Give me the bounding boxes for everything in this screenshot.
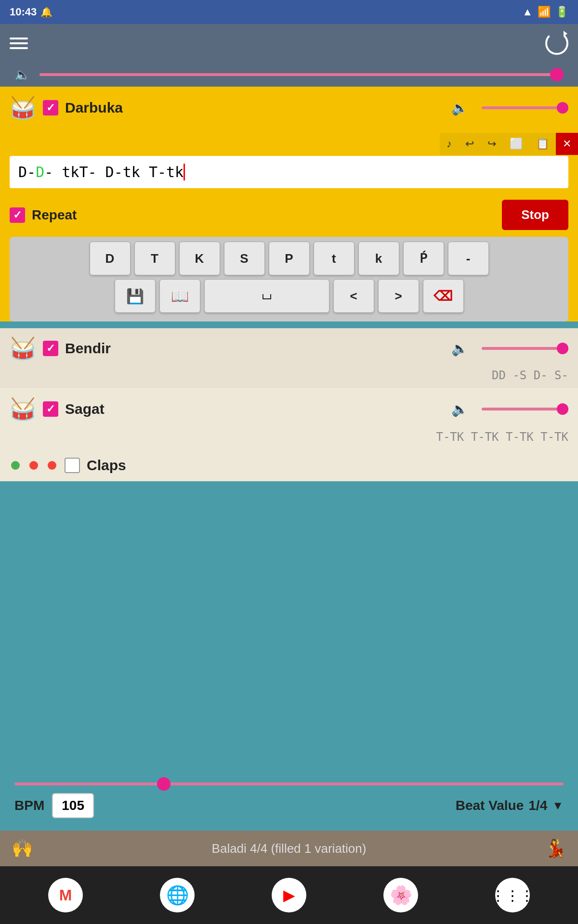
bpm-area: BPM 105 Beat Value 1/4 ▼ [0, 773, 578, 828]
claps-checkbox[interactable] [65, 458, 80, 473]
bendir-volume-thumb[interactable] [557, 343, 568, 354]
key-D[interactable]: D [90, 242, 131, 275]
undo-button[interactable]: ↩ [459, 133, 481, 155]
key-dash[interactable]: - [448, 242, 489, 275]
close-pattern-button[interactable]: ✕ [556, 133, 578, 155]
gmail-app-icon[interactable]: M [48, 878, 83, 912]
repeat-text: Repeat [32, 207, 77, 223]
darbuka-header: 🥁 Darbuka 🔈 [0, 87, 578, 129]
key-P-accent[interactable]: Ṕ [403, 242, 444, 275]
key-S[interactable]: S [224, 242, 265, 275]
photos-app-icon[interactable]: 🌸 [383, 878, 418, 912]
bendir-header: 🥁 Bendir 🔈 [0, 328, 578, 369]
bottom-right-emoji: 💃 [545, 838, 566, 859]
bpm-slider-thumb[interactable] [157, 777, 171, 791]
keyboard-row-1: D T K S P t k Ṕ - [15, 242, 563, 275]
refresh-button[interactable] [545, 32, 568, 55]
battery-icon: 🔋 [555, 6, 568, 18]
sagat-volume-thumb[interactable] [557, 403, 568, 415]
beat-value-dropdown[interactable]: ▼ [552, 799, 564, 812]
gmail-m-letter: M [59, 886, 72, 904]
key-T[interactable]: T [134, 242, 175, 275]
sagat-card: 🥁 Sagat 🔈 T-TK T-TK T-TK T-TK [0, 388, 578, 449]
bpm-left: BPM 105 [14, 793, 94, 818]
repeat-checkbox[interactable] [10, 207, 25, 223]
bendir-pattern-display: DD -S D- S- [0, 369, 578, 388]
custom-keyboard: D T K S P t k Ṕ - 💾 📖 ⌴ < > ⌫ [10, 237, 568, 321]
pattern-green-d: D [36, 164, 44, 180]
youtube-logo: ▶ [283, 886, 295, 904]
sagat-name: Sagat [65, 401, 445, 417]
darbuka-volume-slider[interactable] [482, 106, 568, 109]
photos-logo: 🌸 [390, 885, 412, 906]
global-volume-thumb[interactable] [550, 68, 564, 81]
key-k-lower[interactable]: k [358, 242, 399, 275]
key-left[interactable]: < [333, 279, 374, 313]
claps-header: Claps [0, 449, 578, 481]
bpm-row: BPM 105 Beat Value 1/4 ▼ [14, 793, 564, 818]
sagat-volume-icon: 🔈 [451, 401, 468, 417]
bpm-slider[interactable] [14, 783, 564, 785]
bottom-left-emoji: 🙌 [12, 838, 33, 859]
claps-dot-green [11, 461, 20, 470]
repeat-row: Repeat Stop [0, 193, 578, 237]
redo-button[interactable]: ↪ [481, 133, 503, 155]
bendir-checkbox[interactable] [43, 341, 58, 356]
pattern-toolbar: ♪ ↩ ↪ ⬜ 📋 ✕ [0, 129, 578, 155]
darbuka-volume-icon: 🔈 [451, 100, 468, 116]
pattern-input[interactable]: D-D- tkT- D-tk T-tk [10, 156, 568, 188]
youtube-app-icon[interactable]: ▶ [272, 878, 306, 912]
bendir-emoji: 🥁 [10, 336, 36, 361]
key-t-lower[interactable]: t [314, 242, 355, 275]
sagat-checkbox[interactable] [43, 401, 58, 417]
bendir-card: 🥁 Bendir 🔈 DD -S D- S- [0, 328, 578, 388]
pattern-text-display: D-D- tkT- D-tk T-tk [18, 164, 185, 180]
darbuka-card: 🥁 Darbuka 🔈 ♪ ↩ ↪ ⬜ 📋 ✕ D-D- tkT- D-tk T… [0, 87, 578, 321]
sagat-emoji: 🥁 [10, 397, 36, 422]
app-nav-bar: M 🌐 ▶ 🌸 ⋮⋮⋮ [0, 866, 578, 924]
chrome-logo: 🌐 [166, 885, 189, 906]
chrome-app-icon[interactable]: 🌐 [160, 878, 195, 912]
beat-value-section: Beat Value 1/4 ▼ [456, 798, 564, 813]
global-volume-slider[interactable] [39, 73, 564, 76]
notification-icon: 🔔 [40, 6, 53, 18]
key-P[interactable]: P [269, 242, 310, 275]
apps-launcher-icon[interactable]: ⋮⋮⋮ [495, 878, 530, 912]
darbuka-volume-thumb[interactable] [557, 102, 568, 114]
paste-button[interactable]: 📋 [529, 133, 556, 155]
status-bar: 10:43 🔔 ▲ 📶 🔋 [0, 0, 578, 24]
beat-value-display: 1/4 [528, 798, 547, 813]
hamburger-menu-button[interactable] [10, 38, 28, 49]
key-K[interactable]: K [179, 242, 220, 275]
key-save[interactable]: 💾 [115, 279, 156, 313]
key-right[interactable]: > [378, 279, 419, 313]
pattern-editor: D-D- tkT- D-tk T-tk [0, 156, 578, 193]
copy-button[interactable]: ⬜ [503, 133, 529, 155]
status-bar-left: 10:43 🔔 [10, 6, 53, 18]
global-volume-icon: 🔈 [14, 67, 30, 82]
key-backspace[interactable]: ⌫ [423, 279, 464, 313]
bpm-value-input[interactable]: 105 [52, 793, 94, 818]
repeat-label-row: Repeat [10, 207, 77, 223]
note-tool-button[interactable]: ♪ [440, 133, 459, 155]
sagat-volume-slider[interactable] [482, 408, 568, 411]
sagat-pattern-display: T-TK T-TK T-TK T-TK [0, 430, 578, 449]
signal-icon: 📶 [538, 6, 551, 18]
darbuka-checkbox[interactable] [43, 100, 58, 116]
key-space[interactable]: ⌴ [204, 279, 329, 313]
bpm-label: BPM [14, 798, 44, 813]
sagat-header: 🥁 Sagat 🔈 [0, 388, 578, 430]
bottom-info-bar: 🙌 Baladi 4/4 (filled 1 variation) 💃 [0, 831, 578, 866]
time-display: 10:43 [10, 6, 37, 18]
keyboard-row-2: 💾 📖 ⌴ < > ⌫ [15, 279, 563, 313]
status-bar-right: ▲ 📶 🔋 [522, 6, 568, 18]
darbuka-name: Darbuka [65, 100, 445, 116]
key-book[interactable]: 📖 [159, 279, 200, 313]
bendir-volume-slider[interactable] [482, 347, 568, 350]
bendir-name: Bendir [65, 340, 445, 357]
stop-button[interactable]: Stop [502, 200, 568, 230]
wifi-icon: ▲ [522, 6, 533, 18]
top-toolbar [0, 24, 578, 63]
claps-name: Claps [87, 457, 568, 474]
apps-grid-icon: ⋮⋮⋮ [491, 887, 534, 904]
